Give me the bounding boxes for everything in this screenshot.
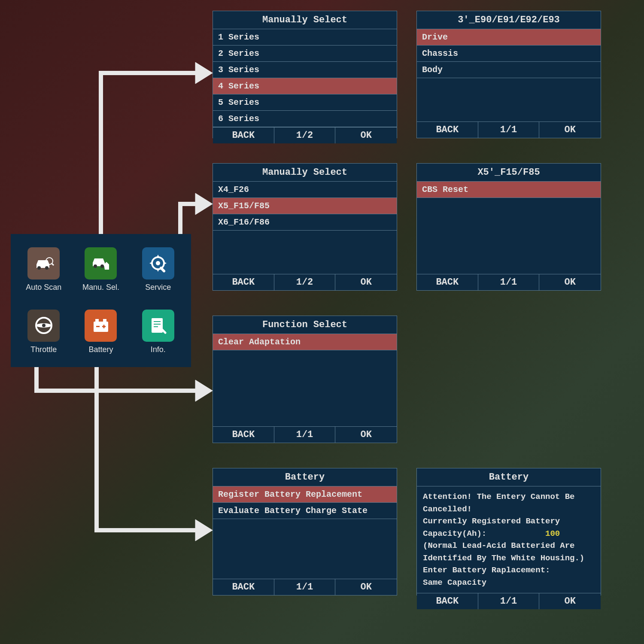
page-indicator: 1/1 (478, 593, 540, 609)
back-button[interactable]: BACK (213, 274, 274, 290)
list-item[interactable]: 1 Series (213, 29, 397, 46)
back-button[interactable]: BACK (417, 593, 478, 609)
menu-label: Manu. Sel. (82, 283, 119, 292)
list-item[interactable]: 4 Series (213, 78, 397, 94)
screen-title: X5'_F15/F85 (417, 164, 601, 182)
menu-item-throttle[interactable]: Throttle (17, 303, 70, 361)
svg-rect-22 (152, 318, 163, 333)
list-item[interactable]: 3 Series (213, 62, 397, 78)
page-indicator: 1/1 (478, 274, 540, 290)
menu-label: Battery (88, 345, 113, 354)
info-line: Attention! The Entery Cannot Be Cancelle… (423, 492, 574, 514)
screen-title: Battery (213, 468, 397, 486)
page-indicator: 1/1 (274, 427, 336, 443)
svg-rect-16 (94, 322, 108, 332)
ok-button[interactable]: OK (335, 274, 397, 290)
info-line: Same Capacity (423, 578, 486, 587)
menu-item-service[interactable]: Service (132, 240, 185, 298)
list-item[interactable]: Evaluate Battery Charge State (213, 503, 397, 519)
list-item[interactable]: Drive (417, 29, 601, 46)
svg-point-4 (37, 266, 41, 270)
screen-title: Function Select (213, 316, 397, 334)
capacity-value: 100 (545, 529, 560, 538)
menu-item-info[interactable]: Info. (132, 303, 185, 361)
list-item[interactable]: 2 Series (213, 46, 397, 62)
menu-label: Auto Scan (26, 283, 61, 292)
svg-point-26 (158, 326, 162, 329)
svg-rect-17 (95, 319, 99, 322)
svg-marker-3 (195, 519, 213, 541)
ok-button[interactable]: OK (335, 427, 397, 443)
svg-point-15 (42, 324, 46, 327)
list-item[interactable]: CBS Reset (417, 182, 601, 198)
screen-title: Manually Select (213, 11, 397, 29)
list-item[interactable]: X4_F26 (213, 182, 397, 198)
ok-button[interactable]: OK (335, 579, 397, 595)
svg-rect-21 (103, 325, 104, 328)
ok-button[interactable]: OK (335, 128, 397, 143)
svg-point-8 (94, 264, 97, 268)
list-item[interactable]: Register Battery Replacement (213, 486, 397, 503)
page-indicator: 1/2 (274, 274, 336, 290)
svg-marker-0 (195, 62, 213, 84)
info-line: Currently Registered Battery Capacity(Ah… (423, 516, 560, 538)
menu-item-autoscan[interactable]: Auto Scan (17, 240, 70, 298)
screen-battery-info: Battery Attention! The Entery Cannot Be … (416, 468, 601, 595)
screen-title: Battery (417, 468, 601, 486)
screen-title: Manually Select (213, 164, 397, 182)
page-indicator: 1/1 (478, 122, 540, 138)
back-button[interactable]: BACK (417, 274, 478, 290)
screen-battery-menu: Battery Register Battery Replacement Eva… (213, 468, 397, 595)
screen-title: 3'_E90/E91/E92/E93 (417, 11, 601, 29)
svg-rect-18 (103, 319, 106, 322)
wrench-gear-icon (142, 247, 174, 279)
back-button[interactable]: BACK (213, 427, 274, 443)
svg-rect-19 (96, 326, 100, 327)
list-item[interactable]: X6_F16/F86 (213, 214, 397, 231)
back-button[interactable]: BACK (213, 579, 274, 595)
ok-button[interactable]: OK (539, 122, 601, 138)
page-indicator: 1/2 (274, 128, 336, 143)
menu-label: Info. (151, 345, 166, 354)
main-menu: Auto Scan Manu. Sel. Service Throttle Ba… (11, 234, 191, 367)
list-item[interactable]: X5_F15/F85 (213, 198, 397, 214)
list-item[interactable]: 6 Series (213, 111, 397, 127)
list-item[interactable]: 5 Series (213, 94, 397, 111)
list-item[interactable]: Chassis (417, 46, 601, 62)
screen-function-select: Function Select Clear Adaptation BACK 1/… (213, 316, 397, 443)
screen-e90-systems: 3'_E90/E91/E92/E93 Drive Chassis Body BA… (416, 11, 601, 138)
svg-marker-1 (195, 193, 213, 215)
screen-x5-f15: X5'_F15/F85 CBS Reset BACK 1/1 OK (416, 163, 601, 291)
menu-label: Throttle (30, 345, 57, 354)
battery-icon (85, 310, 117, 342)
info-line: Enter Battery Raplacement: (423, 565, 550, 575)
back-button[interactable]: BACK (417, 122, 478, 138)
screen-manually-select-series: Manually Select 1 Series 2 Series 3 Seri… (213, 11, 397, 138)
svg-point-5 (45, 266, 49, 270)
svg-point-9 (100, 264, 104, 268)
menu-label: Service (145, 283, 171, 292)
info-line: (Normal Lead-Acid Batteried Are Identifi… (423, 541, 584, 563)
ok-button[interactable]: OK (539, 274, 601, 290)
menu-item-battery[interactable]: Battery (74, 303, 127, 361)
svg-point-11 (156, 261, 160, 265)
throttle-icon (27, 310, 60, 342)
menu-item-manusel[interactable]: Manu. Sel. (74, 240, 127, 298)
car-hand-icon (85, 247, 117, 279)
list-item[interactable]: Clear Adaptation (213, 334, 397, 350)
page-indicator: 1/1 (274, 579, 336, 595)
list-item[interactable]: Body (417, 62, 601, 78)
svg-line-7 (52, 263, 54, 265)
screen-manually-select-x: Manually Select X4_F26 X5_F15/F85 X6_F16… (213, 163, 397, 291)
svg-marker-2 (195, 380, 213, 401)
ok-button[interactable]: OK (539, 593, 601, 609)
car-scan-icon (27, 247, 60, 279)
back-button[interactable]: BACK (213, 128, 274, 143)
info-text: Attention! The Entery Cannot Be Cancelle… (417, 486, 601, 593)
document-icon (142, 310, 174, 342)
